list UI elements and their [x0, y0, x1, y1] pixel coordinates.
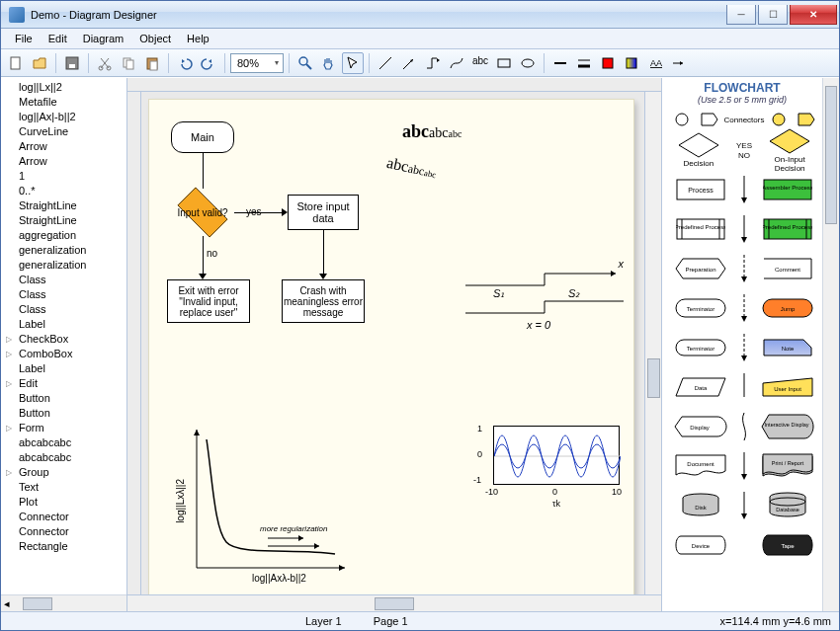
pal-decision[interactable]: Decision [668, 132, 729, 168]
pal-arrow-down[interactable] [734, 176, 754, 203]
pal-device[interactable]: Device [668, 535, 734, 555]
open-button[interactable] [29, 52, 50, 74]
pal-display[interactable]: Display [668, 416, 734, 437]
cut-button[interactable] [94, 52, 116, 74]
text-sample-1[interactable]: abcabcabc [402, 121, 462, 142]
tree-item[interactable]: abcabcabc [1, 450, 126, 465]
tree-item[interactable]: log||Ax|-b||2 [1, 110, 126, 124]
tree-item[interactable]: Class [1, 302, 126, 317]
zoom-tool-button[interactable] [294, 52, 316, 74]
tree-item[interactable]: 1 [1, 169, 126, 184]
lcurve-plot[interactable]: log||Lxλ||2 more regularization log||Axλ… [177, 420, 355, 588]
pal-arrow-thin[interactable] [734, 413, 754, 440]
pal-note[interactable]: Note [754, 339, 820, 356]
tree-item[interactable]: Edit [1, 376, 126, 391]
sine-plot[interactable] [493, 426, 620, 485]
tree-item[interactable]: aggregation [1, 228, 126, 243]
pal-preparation[interactable]: Preparation [668, 258, 734, 279]
tree-item[interactable]: Class [1, 287, 126, 302]
arrow-tool-button[interactable] [398, 52, 420, 74]
undo-button[interactable] [174, 52, 196, 74]
chevron-down-icon[interactable]: ▾ [275, 58, 279, 67]
menu-diagram[interactable]: Diagram [75, 31, 132, 46]
line-tool-button[interactable] [375, 52, 396, 74]
gradient-button[interactable] [621, 52, 642, 74]
page[interactable]: Main Input valid? yes Store input data n… [149, 100, 633, 594]
node-decision[interactable]: Input valid? [171, 189, 234, 236]
pal-jump[interactable]: Jump [754, 298, 820, 318]
pal-arrow-thin[interactable] [734, 452, 754, 480]
menu-edit[interactable]: Edit [41, 31, 75, 46]
pal-tape[interactable]: Tape [754, 534, 820, 556]
pal-terminator1[interactable]: Terminator [668, 298, 734, 318]
tree-item[interactable]: StraightLine [1, 213, 126, 228]
tree-item[interactable]: abcabcabc [1, 435, 126, 450]
tree-item[interactable]: 0..* [1, 184, 126, 198]
text-sample-2[interactable]: abcabcabc [385, 154, 439, 182]
tree-item[interactable]: StraightLine [1, 198, 126, 213]
pal-connector-circle[interactable] [668, 113, 696, 126]
tree-item[interactable]: Class [1, 273, 126, 287]
tree-item[interactable]: Arrow [1, 139, 126, 154]
rect-tool-button[interactable] [493, 52, 515, 74]
curve-tool-button[interactable] [446, 52, 467, 74]
pointer-tool-button[interactable] [342, 52, 364, 74]
step-diagram[interactable]: x S₁ S₂ x = 0 [465, 270, 624, 333]
pal-terminator2[interactable]: Terminator [668, 339, 734, 356]
canvas[interactable]: Main Input valid? yes Store input data n… [141, 92, 644, 594]
status-page[interactable]: Page 1 [358, 615, 424, 627]
pal-arrow-down[interactable] [734, 215, 754, 243]
titlebar[interactable]: Demo - Diagram Designer ─ ☐ ✕ [1, 1, 839, 29]
line-color-button[interactable] [549, 52, 571, 74]
tree-item[interactable]: Form [1, 421, 126, 435]
tree-item[interactable]: log||Lx||2 [1, 80, 126, 95]
tree-item[interactable]: generalization [1, 243, 126, 258]
pal-database[interactable]: Database [754, 492, 820, 519]
status-layer[interactable]: Layer 1 [290, 615, 358, 627]
arrow-style-button[interactable] [668, 52, 690, 74]
pal-interactive[interactable]: Interactive Display [754, 414, 820, 439]
tree-item[interactable]: Button [1, 406, 126, 421]
tree-item[interactable]: Text [1, 480, 126, 495]
paste-button[interactable] [141, 52, 163, 74]
pal-comment[interactable]: Comment [754, 258, 820, 279]
tree-item[interactable]: Label [1, 361, 126, 376]
fill-color-button[interactable] [597, 52, 619, 74]
node-crash[interactable]: Crash with meaningless error message [282, 279, 365, 323]
pal-arrow-thin[interactable] [734, 373, 754, 401]
canvas-vscrollbar[interactable] [644, 92, 661, 594]
connector-tool-button[interactable] [422, 52, 444, 74]
tree-item[interactable]: Connector [1, 510, 126, 524]
text-color-button[interactable]: AA [644, 52, 666, 74]
node-exit[interactable]: Exit with error "Invalid input, replace … [167, 279, 250, 323]
tree-item[interactable]: Button [1, 391, 126, 406]
palette-vscrollbar[interactable] [822, 78, 839, 611]
object-tree[interactable]: log||Lx||2Metafilelog||Ax|-b||2CurveLine… [1, 78, 126, 594]
ellipse-tool-button[interactable] [517, 52, 539, 74]
pal-userinput[interactable]: User Input [754, 377, 820, 397]
tree-item[interactable]: Connector [1, 524, 126, 539]
tree-item[interactable]: CheckBox [1, 332, 126, 347]
menu-help[interactable]: Help [179, 31, 217, 46]
pal-arrow-dash[interactable] [734, 255, 754, 282]
pal-document[interactable]: Document [668, 454, 734, 478]
pal-disk[interactable]: Disk [668, 493, 734, 518]
pal-print[interactable]: Print / Report [754, 453, 820, 479]
connector[interactable] [203, 236, 204, 276]
tree-item[interactable]: Plot [1, 495, 126, 510]
tree-hscrollbar[interactable]: ◂ [1, 594, 126, 611]
palette-body[interactable]: Connectors Decision YES NO [662, 107, 822, 611]
pal-arrow-thin[interactable] [734, 492, 754, 519]
pal-assembler[interactable]: Assembler Process [754, 179, 820, 200]
pal-connector-pentagon[interactable] [696, 113, 723, 126]
tree-item[interactable]: CurveLine [1, 124, 126, 139]
tree-item[interactable]: generalization [1, 258, 126, 273]
pal-connector-circle-y[interactable] [764, 113, 792, 126]
pal-data[interactable]: Data [668, 377, 734, 397]
tree-item[interactable]: Label [1, 317, 126, 332]
tree-item[interactable]: Rectangle [1, 539, 126, 554]
tree-item[interactable]: Arrow [1, 154, 126, 169]
connector[interactable] [323, 230, 324, 276]
new-button[interactable] [5, 52, 27, 74]
pal-arrow-dash[interactable] [734, 334, 754, 361]
